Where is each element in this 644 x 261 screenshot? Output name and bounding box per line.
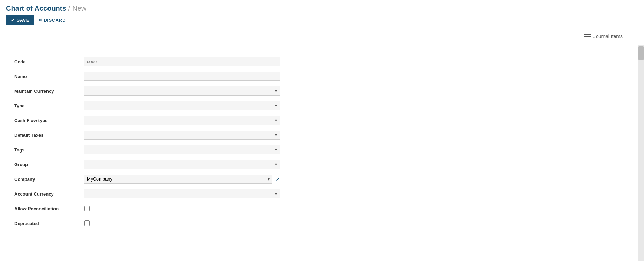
journal-items-label: Journal Items <box>593 34 623 39</box>
main-content: Code Name Maintain Currency <box>0 45 638 261</box>
cash-flow-type-select[interactable] <box>84 116 280 125</box>
group-field <box>84 160 280 169</box>
company-field-container: MyCompany ↗︎ <box>84 175 280 184</box>
default-taxes-field <box>84 130 280 140</box>
tags-field <box>84 145 280 154</box>
code-input[interactable] <box>84 57 280 66</box>
allow-reconciliation-label: Allow Reconciliation <box>14 206 84 211</box>
save-label: SAVE <box>17 17 29 23</box>
group-select-wrapper <box>84 160 280 169</box>
maintain-currency-row: Maintain Currency <box>14 85 280 97</box>
company-external-link-icon[interactable]: ↗︎ <box>275 176 280 183</box>
company-select-wrapper: MyCompany <box>84 175 272 184</box>
company-label: Company <box>14 177 84 182</box>
type-row: Type <box>14 100 280 111</box>
default-taxes-select[interactable] <box>84 130 280 140</box>
type-select-wrapper <box>84 101 280 110</box>
allow-reconciliation-field <box>84 206 280 211</box>
default-taxes-select-wrapper <box>84 130 280 140</box>
save-check-icon: ✔ <box>11 17 15 23</box>
journal-items-button[interactable]: Journal Items <box>584 34 623 39</box>
type-field <box>84 101 280 110</box>
tags-select-wrapper <box>84 145 280 154</box>
discard-x-icon: ✕ <box>38 17 43 23</box>
account-currency-row: Account Currency <box>14 188 280 199</box>
maintain-currency-select[interactable] <box>84 86 280 96</box>
allow-reconciliation-checkbox[interactable] <box>84 206 90 211</box>
cash-flow-type-label: Cash Flow type <box>14 118 84 123</box>
scrollbar-thumb[interactable] <box>638 46 644 60</box>
deprecated-label: Deprecated <box>14 221 84 226</box>
company-field-wrapper: MyCompany <box>84 175 272 184</box>
name-field <box>84 72 280 81</box>
default-taxes-label: Default Taxes <box>14 133 84 138</box>
tags-row: Tags <box>14 144 280 155</box>
breadcrumb: Chart of Accounts / New <box>6 5 638 13</box>
discard-button[interactable]: ✕ DISCARD <box>38 17 66 23</box>
cash-flow-type-row: Cash Flow type <box>14 115 280 126</box>
discard-label: DISCARD <box>44 17 66 23</box>
maintain-currency-field <box>84 86 280 96</box>
cash-flow-type-select-wrapper <box>84 116 280 125</box>
cash-flow-type-field <box>84 116 280 125</box>
group-row: Group <box>14 159 280 170</box>
breadcrumb-main: Chart of Accounts <box>6 5 66 13</box>
maintain-currency-select-wrapper <box>84 86 280 96</box>
account-currency-select[interactable] <box>84 189 280 198</box>
form-container: Code Name Maintain Currency <box>14 56 280 229</box>
deprecated-row: Deprecated <box>14 218 280 229</box>
type-select[interactable] <box>84 101 280 110</box>
group-select[interactable] <box>84 160 280 169</box>
account-currency-label: Account Currency <box>14 191 84 197</box>
code-label: Code <box>14 59 84 64</box>
name-input[interactable] <box>84 72 280 81</box>
group-label: Group <box>14 162 84 167</box>
deprecated-field <box>84 220 280 226</box>
company-select[interactable]: MyCompany <box>84 175 272 184</box>
deprecated-checkbox[interactable] <box>84 220 90 226</box>
save-button[interactable]: ✔ SAVE <box>6 15 34 25</box>
main-content-wrapper: Code Name Maintain Currency <box>0 45 644 261</box>
action-buttons: ✔ SAVE ✕ DISCARD <box>6 15 638 25</box>
toolbar-row: Journal Items <box>0 27 644 45</box>
type-label: Type <box>14 103 84 108</box>
hamburger-icon <box>584 34 591 38</box>
code-field <box>84 57 280 66</box>
scrollbar[interactable] <box>638 45 644 261</box>
breadcrumb-current: New <box>72 5 86 13</box>
page-header: Chart of Accounts / New ✔ SAVE ✕ DISCARD <box>0 0 644 27</box>
default-taxes-row: Default Taxes <box>14 129 280 141</box>
code-row: Code <box>14 56 280 67</box>
breadcrumb-separator: / <box>68 5 71 13</box>
account-currency-select-wrapper <box>84 189 280 198</box>
tags-select[interactable] <box>84 145 280 154</box>
allow-reconciliation-row: Allow Reconciliation <box>14 203 280 214</box>
account-currency-field <box>84 189 280 198</box>
company-row: Company MyCompany ↗︎ <box>14 174 280 185</box>
name-label: Name <box>14 74 84 79</box>
name-row: Name <box>14 71 280 82</box>
maintain-currency-label: Maintain Currency <box>14 89 84 94</box>
tags-label: Tags <box>14 147 84 153</box>
